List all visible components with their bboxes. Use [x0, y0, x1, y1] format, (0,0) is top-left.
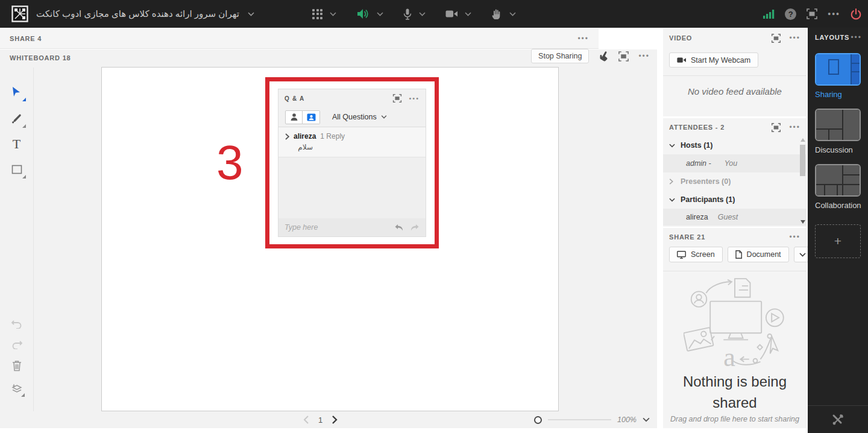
dragdrop-hint: Drag and drop file here to start sharing	[663, 415, 807, 423]
page-number: 1	[318, 416, 322, 425]
zoom-control: 100%	[534, 411, 650, 428]
nothing-shared-message: Nothing is being shared	[663, 371, 807, 414]
layout-sharing-thumbnail[interactable]	[815, 53, 861, 86]
add-layout-button[interactable]: +	[815, 224, 861, 258]
previous-page-icon[interactable]	[303, 416, 309, 424]
video-pod-options-icon[interactable]: •••	[789, 34, 800, 42]
video-pod: VIDEO ••• Start My Webcam No video feed …	[663, 29, 807, 116]
attendees-group-participants[interactable]: Participants (1)	[663, 191, 807, 209]
attendees-scrollbar[interactable]	[799, 136, 806, 226]
attendees-pod: ATTENDEES - 2 ••• Hosts (1) admin - You …	[663, 118, 807, 227]
chevron-down-icon[interactable]	[643, 417, 650, 422]
redo-icon[interactable]	[11, 340, 23, 349]
layouts-footer	[808, 405, 868, 433]
qa-reply-count: 1 Reply	[320, 132, 345, 141]
text-tool[interactable]: T	[9, 136, 25, 152]
attendee-row-alireza[interactable]: alireza Guest	[663, 209, 807, 226]
attendees-group-hosts[interactable]: Hosts (1)	[663, 136, 807, 154]
scroll-up-icon[interactable]	[800, 138, 805, 142]
share-screen-button[interactable]: Screen	[669, 247, 723, 262]
chevron-down-icon	[669, 198, 675, 202]
share-pod-header: SHARE 4 •••	[0, 29, 599, 49]
scroll-down-icon[interactable]	[800, 220, 805, 224]
room-title-menu[interactable]: تهران سرور ارائه دهنده کلاس های مجازی اد…	[36, 0, 254, 28]
qa-filter-dropdown[interactable]: All Questions	[332, 113, 387, 121]
fullscreen-icon[interactable]	[618, 51, 629, 62]
layout-sharing-label[interactable]: Sharing	[815, 90, 842, 99]
video-empty-message: No video feed available	[663, 86, 807, 96]
share-illustration: a	[684, 274, 786, 370]
qa-empty-area	[278, 157, 426, 218]
next-page-icon[interactable]	[332, 416, 338, 424]
share-pod-options-icon[interactable]: •••	[577, 35, 589, 42]
share21-pod-title: SHARE 21	[669, 233, 705, 241]
scrollbar-thumb[interactable]	[800, 145, 805, 176]
webcam-icon	[445, 10, 458, 18]
select-tool[interactable]	[9, 84, 25, 100]
reply-icon[interactable]	[394, 224, 404, 232]
layout-discussion-thumbnail[interactable]	[815, 109, 861, 141]
pointer-hand-icon[interactable]	[598, 51, 609, 62]
divider	[663, 271, 807, 271]
more-options-icon[interactable]: •••	[828, 10, 840, 18]
microphone-control[interactable]	[403, 8, 426, 20]
layout-discussion-label[interactable]: Discussion	[815, 145, 853, 154]
chevron-down-icon	[381, 115, 387, 119]
microphone-icon	[403, 8, 412, 20]
qa-type-here-input[interactable]	[285, 223, 388, 232]
undo-icon[interactable]	[11, 319, 23, 329]
video-pod-title: VIDEO	[669, 34, 692, 42]
layouts-options-icon[interactable]: •••	[851, 34, 862, 41]
fullscreen-icon[interactable]	[806, 8, 818, 20]
whiteboard-bottom-bar: 1 100%	[0, 411, 657, 428]
qa-view-presenter-icon[interactable]	[303, 110, 320, 124]
layouts-title: LAYOUTS	[815, 34, 849, 41]
chevron-down-icon	[465, 12, 471, 16]
qa-view-attendee-icon[interactable]	[285, 110, 303, 124]
raise-hand-control[interactable]	[491, 8, 516, 20]
share21-pod-options-icon[interactable]: •••	[789, 233, 800, 241]
share-document-button[interactable]: Document	[728, 247, 789, 262]
connection-status-icon[interactable]	[763, 9, 775, 19]
speaker-control[interactable]	[356, 8, 383, 19]
zoom-slider-handle[interactable]	[534, 416, 542, 424]
pods-menu[interactable]	[312, 9, 336, 19]
layout-collaboration-label[interactable]: Collaboration	[815, 201, 861, 210]
webcam-icon	[677, 57, 686, 63]
help-icon[interactable]: ?	[785, 8, 796, 20]
delete-icon[interactable]	[12, 360, 22, 371]
divider	[663, 75, 807, 76]
start-webcam-button[interactable]: Start My Webcam	[669, 52, 758, 68]
whiteboard-options-icon[interactable]: •••	[638, 52, 650, 60]
arrange-layers-tool[interactable]	[10, 382, 24, 396]
document-icon	[735, 250, 742, 259]
share-pod-title: SHARE 4	[10, 35, 42, 42]
zoom-level: 100%	[617, 416, 637, 424]
power-exit-icon[interactable]	[850, 8, 862, 21]
zoom-slider-track[interactable]	[548, 419, 611, 420]
chevron-down-icon	[248, 12, 254, 16]
raise-hand-icon	[491, 8, 502, 20]
attendees-group-presenters[interactable]: Presenters (0)	[663, 172, 807, 191]
video-pod-header: VIDEO •••	[663, 29, 807, 47]
manage-tools-icon[interactable]	[831, 413, 844, 426]
whiteboard-pod: WHITEBOARD 18 Stop Sharing ••• T	[0, 49, 657, 428]
qa-toolbar: All Questions	[278, 107, 426, 127]
webcam-control[interactable]	[445, 10, 471, 18]
stop-sharing-button[interactable]: Stop Sharing	[531, 49, 589, 63]
marker-tool[interactable]	[9, 111, 25, 127]
qa-pod-options-icon[interactable]: •••	[409, 95, 420, 102]
shape-tool[interactable]	[9, 162, 25, 177]
adobe-connect-logo-icon[interactable]	[11, 5, 28, 22]
layout-collaboration-thumbnail[interactable]	[815, 164, 861, 197]
fullscreen-icon[interactable]	[392, 93, 402, 103]
forward-icon[interactable]	[410, 224, 420, 232]
chevron-down-icon	[799, 253, 806, 257]
fullscreen-icon[interactable]	[771, 33, 781, 43]
attendee-row-admin[interactable]: admin - You	[663, 154, 807, 172]
chevron-right-icon[interactable]	[285, 133, 289, 140]
attendees-pod-options-icon[interactable]: •••	[789, 124, 800, 131]
fullscreen-icon[interactable]	[771, 122, 781, 133]
qa-question-item[interactable]: alireza 1 Reply سلام	[278, 127, 426, 157]
whiteboard-canvas[interactable]: 3 Q & A •••	[101, 67, 559, 411]
